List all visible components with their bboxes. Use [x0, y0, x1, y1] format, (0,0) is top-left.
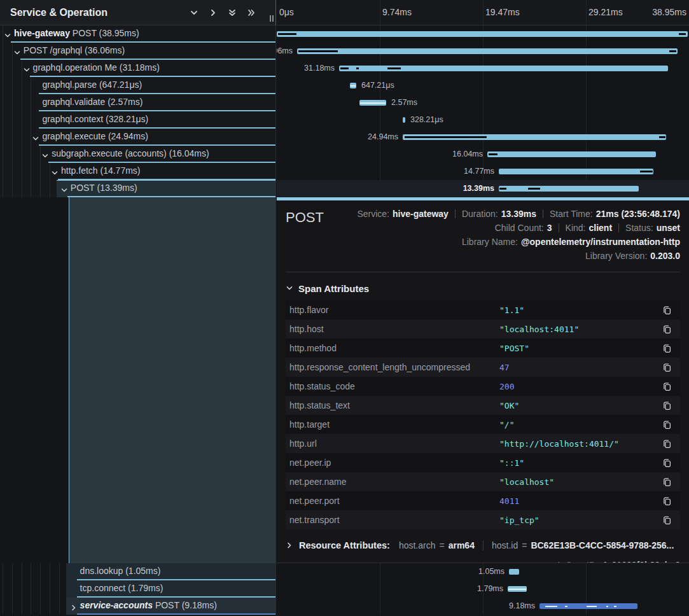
span-bar-row[interactable]: 1.05ms [277, 563, 689, 580]
chevron-down-icon[interactable] [41, 151, 49, 158]
span-bar-row[interactable]: 24.94ms [277, 129, 689, 146]
span-name: http.fetch (14.77ms) [61, 165, 141, 176]
chevron-down-icon[interactable] [13, 48, 21, 55]
chevron-down-icon[interactable] [189, 8, 199, 18]
indent-guide [31, 94, 31, 111]
meta-line: Service:hive-gatewayDuration:13.39msStar… [357, 207, 680, 221]
span-bar-row[interactable]: 14.77ms [277, 163, 689, 180]
indent-guide [3, 563, 3, 580]
chevron-right-icon[interactable] [70, 603, 78, 610]
copy-icon[interactable] [661, 323, 672, 335]
indent-guide [3, 129, 3, 146]
span-row-label[interactable]: graphql.execute (24.94ms) [0, 129, 275, 146]
span-duration-bar[interactable] [487, 151, 656, 157]
span-row-label[interactable]: service-accounts POST (9.18ms) [0, 598, 275, 615]
chevron-down-icon[interactable] [60, 185, 68, 193]
copy-icon[interactable] [661, 495, 672, 507]
span-duration-bar[interactable] [509, 569, 519, 575]
copy-icon[interactable] [661, 342, 672, 354]
child-span-marker [606, 606, 608, 607]
child-span-marker [278, 33, 296, 35]
indent-guide [50, 180, 50, 197]
span-duration-bar[interactable] [499, 169, 653, 174]
copy-icon[interactable] [661, 457, 672, 468]
indent-guide [3, 111, 3, 129]
span-name: graphql.context (328.21μs) [42, 114, 148, 124]
copy-icon[interactable] [661, 400, 672, 411]
column-resize-handle[interactable] [270, 15, 274, 22]
span-duration-bar[interactable] [499, 186, 639, 192]
span-bar-row[interactable] [277, 25, 689, 43]
indent-guide [22, 77, 22, 94]
attribute-value: "localhost:4011" [499, 325, 661, 334]
copy-icon[interactable] [661, 304, 672, 316]
attribute-row: net.peer.port4011 [286, 491, 680, 510]
duration-label: 16.04ms [452, 150, 483, 158]
resource-attributes-row[interactable]: Resource Attributes: host.arch = arm64 h… [286, 538, 680, 553]
attribute-row: net.peer.name"localhost" [286, 472, 680, 491]
meta-value: 0.203.0 [650, 251, 680, 261]
chevron-down-icon[interactable] [32, 134, 39, 141]
span-bar-row[interactable]: 31.18ms [277, 60, 689, 77]
indent-guide [31, 180, 31, 197]
attribute-value: "ip_tcp" [499, 515, 661, 525]
meta-label: Library Name: [462, 237, 518, 247]
copy-icon[interactable] [661, 514, 672, 526]
indent-guide [12, 580, 13, 598]
span-row-label[interactable]: POST (13.39ms) [0, 180, 275, 197]
span-row-label[interactable]: POST /graphql (36.06ms) [0, 43, 275, 60]
chevron-right-icon[interactable] [208, 8, 218, 18]
span-bar-row[interactable]: 647.21μs [277, 77, 689, 94]
span-tree-rows-bottom: dns.lookup (1.05ms)tcp.connect (1.79ms)s… [0, 563, 275, 615]
indent-guide [22, 163, 22, 180]
span-bar-row[interactable]: 328.21μs [277, 111, 689, 129]
copy-icon[interactable] [661, 381, 672, 392]
indent-guide [40, 598, 41, 615]
span-tree-rows-top: hive-gateway POST (38.95ms)POST /graphql… [0, 25, 275, 197]
span-row-label[interactable]: hive-gateway POST (38.95ms) [0, 25, 275, 43]
span-attributes-table: http.flavor"1.1" http.host"localhost:401… [286, 300, 680, 529]
divider [455, 209, 456, 218]
copy-icon[interactable] [661, 361, 672, 373]
copy-icon[interactable] [661, 419, 672, 430]
indent-guide [40, 580, 41, 598]
attribute-key: http.method [289, 343, 499, 353]
attribute-value: "localhost" [499, 477, 661, 487]
attribute-row: http.response_content_length_uncompresse… [286, 358, 680, 377]
indent-guide [12, 129, 13, 146]
attribute-key: net.transport [289, 515, 499, 525]
span-row-label[interactable]: subgraph.execute (accounts) (16.04ms) [0, 146, 275, 163]
chevron-down-icon[interactable] [4, 31, 11, 38]
double-chevron-down-icon[interactable] [227, 8, 237, 18]
span-row-label[interactable]: dns.lookup (1.05ms) [0, 563, 275, 580]
duration-label: 2.57ms [391, 98, 417, 107]
chevron-down-icon[interactable] [23, 65, 31, 73]
span-row-label[interactable]: graphql.context (328.21μs) [0, 111, 275, 129]
span-duration-bar[interactable] [277, 31, 688, 37]
chevron-down-icon[interactable] [51, 168, 59, 176]
span-row-label[interactable]: graphql.operation Me (31.18ms) [0, 60, 275, 77]
span-bar-row[interactable]: 1.79ms [277, 580, 689, 598]
double-chevron-right-icon[interactable] [246, 8, 256, 18]
span-duration-bar[interactable] [403, 117, 405, 123]
span-row-label[interactable]: http.fetch (14.77ms) [0, 163, 275, 180]
child-span-marker [387, 67, 401, 69]
span-row-label[interactable]: graphql.validate (2.57ms) [0, 94, 275, 111]
ruler-gridline [586, 0, 587, 25]
span-row-label[interactable]: graphql.parse (647.21μs) [0, 77, 275, 94]
attribute-value: "OK" [499, 401, 661, 410]
span-row-label[interactable]: tcp.connect (1.79ms) [0, 580, 275, 598]
span-attributes-toggle[interactable]: Span Attributes [286, 281, 680, 295]
span-duration-bar[interactable] [297, 48, 678, 54]
indent-guide [12, 60, 13, 77]
duration-label: 24.94ms [368, 132, 398, 141]
duration-label: 36.06ms [277, 46, 293, 55]
span-bar-row[interactable]: 36.06ms [277, 43, 689, 60]
span-bar-row[interactable]: 13.39ms [277, 180, 689, 197]
span-bar-row[interactable]: 16.04ms [277, 146, 689, 163]
copy-icon[interactable] [661, 476, 672, 487]
copy-icon[interactable] [661, 438, 672, 449]
span-bar-row[interactable]: 9.18ms [277, 598, 689, 615]
span-bar-row[interactable]: 2.57ms [277, 94, 689, 111]
resource-attribute-value: BC62E13B-C4CC-5854-9788-256... [531, 540, 674, 550]
